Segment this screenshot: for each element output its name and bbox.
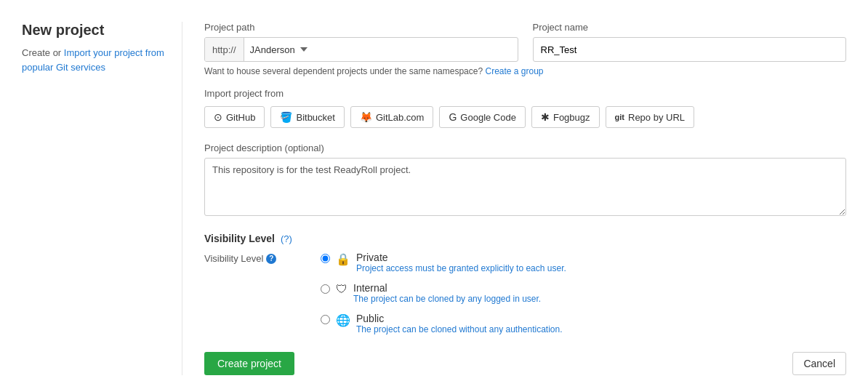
page-description: Create or Import your project from popul…	[22, 46, 167, 74]
create-group-link[interactable]: Create a group	[485, 66, 543, 76]
import-repo-url[interactable]: git Repo by URL	[606, 106, 695, 128]
description-section: Project description (optional) This repo…	[204, 143, 846, 218]
private-title: Private	[356, 252, 566, 263]
description-textarea[interactable]: This repository is for the test <span cl…	[204, 158, 846, 216]
visibility-sub-label: Visibility Level ?	[204, 252, 321, 264]
repo-url-icon: git	[615, 113, 624, 121]
radio-internal[interactable]	[321, 284, 330, 294]
bitbucket-label: Bitbucket	[296, 112, 334, 123]
import-fogbugz[interactable]: ✱ Fogbugz	[531, 106, 600, 128]
path-label: Project path	[204, 22, 518, 33]
create-project-button[interactable]: Create project	[204, 352, 294, 375]
name-label: Project name	[533, 22, 847, 33]
gitlab-label: GitLab.com	[376, 112, 424, 123]
path-name-row: Project path http:// JAnderson Project n…	[204, 22, 846, 62]
repo-url-label: Repo by URL	[628, 112, 685, 123]
import-section: Import project from ⊙ GitHub 🪣 Bitbucket…	[204, 88, 846, 128]
visibility-option-private: 🔒 Private Project access must be granted…	[321, 252, 566, 273]
fogbugz-label: Fogbugz	[553, 112, 590, 123]
public-option-text: Public The project can be cloned without…	[356, 313, 563, 334]
desc-text: Create or	[22, 47, 64, 58]
bitbucket-icon: 🪣	[280, 111, 292, 123]
radio-public[interactable]	[321, 315, 330, 324]
visibility-row: Visibility Level ? 🔒 Private Project acc…	[204, 252, 846, 334]
internal-option-text: Internal The project can be cloned by an…	[353, 282, 541, 304]
namespace-select[interactable]: JAnderson	[244, 38, 313, 61]
private-option-text: Private Project access must be granted e…	[356, 252, 566, 273]
private-desc: Project access must be granted explicitl…	[356, 263, 566, 273]
lock-icon: 🔒	[336, 252, 350, 266]
namespace-hint: Want to house several dependent projects…	[204, 66, 846, 76]
import-github[interactable]: ⊙ GitHub	[204, 106, 265, 128]
radio-private[interactable]	[321, 254, 330, 263]
visibility-help-icon[interactable]: ?	[266, 254, 276, 264]
shield-icon: 🛡	[336, 283, 347, 296]
form-actions: Create project Cancel	[204, 352, 846, 375]
public-desc: The project can be cloned without any au…	[356, 324, 563, 334]
visibility-option-public: 🌐 Public The project can be cloned witho…	[321, 313, 566, 334]
path-field-group: Project path http:// JAnderson	[204, 22, 518, 62]
internal-desc: The project can be cloned by any logged …	[353, 294, 541, 304]
google-icon: G	[449, 111, 457, 123]
fogbugz-icon: ✱	[541, 111, 550, 123]
import-gitlab[interactable]: 🦊 GitLab.com	[350, 106, 433, 128]
page-title: New project	[22, 22, 167, 39]
import-google[interactable]: G Google Code	[439, 106, 526, 128]
github-label: GitHub	[226, 112, 255, 123]
import-label: Import project from	[204, 88, 846, 99]
import-buttons-row: ⊙ GitHub 🪣 Bitbucket 🦊 GitLab.com G Goog…	[204, 106, 846, 128]
internal-title: Internal	[353, 282, 541, 294]
main-content: Project path http:// JAnderson Project n…	[182, 22, 846, 375]
public-title: Public	[356, 313, 563, 324]
name-field-group: Project name	[533, 22, 847, 62]
visibility-heading: Visibility Level (?)	[204, 233, 846, 244]
github-icon: ⊙	[214, 111, 222, 123]
path-input-row: http:// JAnderson	[204, 37, 518, 62]
visibility-options: 🔒 Private Project access must be granted…	[321, 252, 566, 334]
desc-label: Project description (optional)	[204, 143, 846, 153]
visibility-option-internal: 🛡 Internal The project can be cloned by …	[321, 282, 566, 304]
visibility-section: Visibility Level (?) Visibility Level ? …	[204, 233, 846, 334]
gitlab-icon: 🦊	[360, 111, 372, 123]
google-label: Google Code	[460, 112, 516, 123]
project-name-input[interactable]	[533, 37, 847, 62]
path-prefix: http://	[205, 38, 244, 61]
globe-icon: 🌐	[336, 313, 350, 327]
import-bitbucket[interactable]: 🪣 Bitbucket	[270, 106, 344, 128]
visibility-help-link[interactable]: (?)	[281, 233, 292, 244]
cancel-button[interactable]: Cancel	[792, 352, 846, 375]
left-panel: New project Create or Import your projec…	[22, 22, 182, 375]
